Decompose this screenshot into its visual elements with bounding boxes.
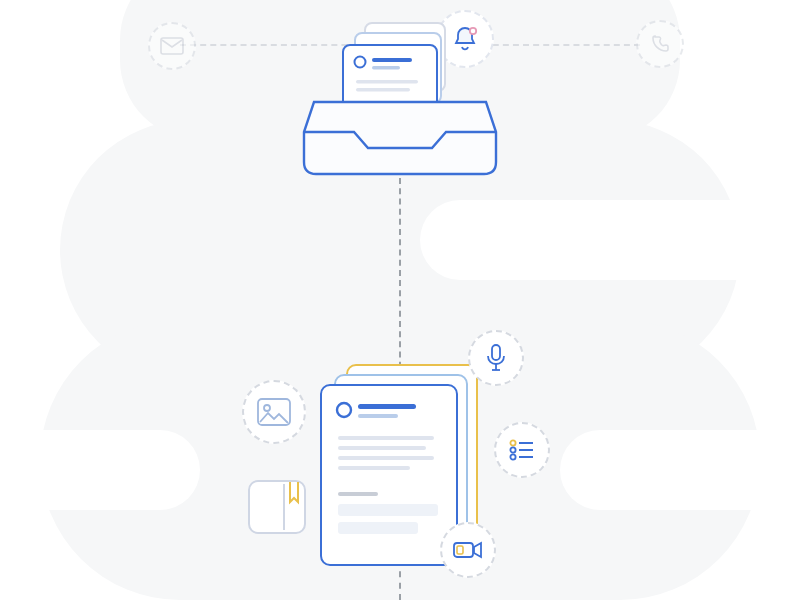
svg-rect-17 bbox=[492, 345, 500, 360]
svg-rect-8 bbox=[358, 404, 416, 409]
illustration-stage bbox=[0, 0, 800, 600]
svg-rect-9 bbox=[358, 414, 398, 418]
connector-vertical-bottom bbox=[399, 560, 401, 600]
document-layer-front bbox=[320, 384, 458, 566]
bg-blob bbox=[0, 430, 200, 510]
envelope-icon bbox=[148, 22, 196, 70]
svg-rect-4 bbox=[372, 66, 400, 70]
svg-rect-14 bbox=[338, 492, 378, 496]
svg-point-21 bbox=[510, 447, 515, 452]
list-options-icon bbox=[494, 422, 550, 478]
svg-rect-12 bbox=[338, 456, 434, 460]
picture-icon bbox=[242, 380, 306, 444]
bookmark-book-icon bbox=[248, 480, 306, 534]
svg-rect-15 bbox=[338, 504, 438, 516]
svg-rect-0 bbox=[161, 38, 183, 54]
video-camera-icon bbox=[440, 522, 496, 578]
bg-blob bbox=[420, 200, 780, 280]
svg-rect-27 bbox=[457, 546, 463, 554]
svg-rect-11 bbox=[338, 446, 426, 450]
svg-point-22 bbox=[510, 454, 515, 459]
svg-point-7 bbox=[337, 403, 351, 417]
phone-icon bbox=[636, 20, 684, 68]
svg-point-20 bbox=[510, 440, 515, 445]
connector-vertical bbox=[399, 178, 401, 378]
bg-blob bbox=[560, 430, 800, 510]
inbox-tray-icon bbox=[300, 100, 500, 178]
svg-point-29 bbox=[264, 405, 270, 411]
svg-rect-13 bbox=[338, 466, 410, 470]
microphone-icon bbox=[468, 330, 524, 386]
svg-rect-5 bbox=[356, 80, 418, 84]
svg-point-2 bbox=[355, 57, 366, 68]
svg-rect-3 bbox=[372, 58, 412, 62]
svg-rect-10 bbox=[338, 436, 434, 440]
svg-rect-16 bbox=[338, 522, 418, 534]
inbox-group bbox=[300, 22, 500, 172]
svg-rect-6 bbox=[356, 88, 410, 92]
